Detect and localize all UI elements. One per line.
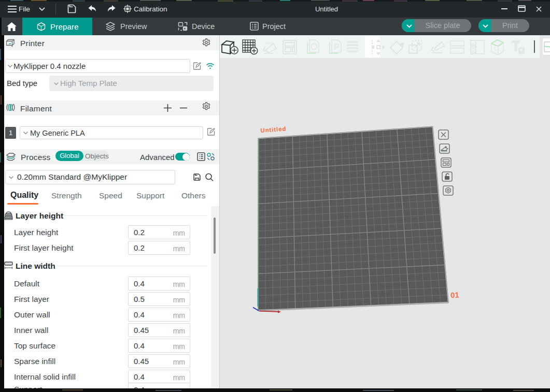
svg-text:AUTO: AUTO (265, 41, 274, 45)
